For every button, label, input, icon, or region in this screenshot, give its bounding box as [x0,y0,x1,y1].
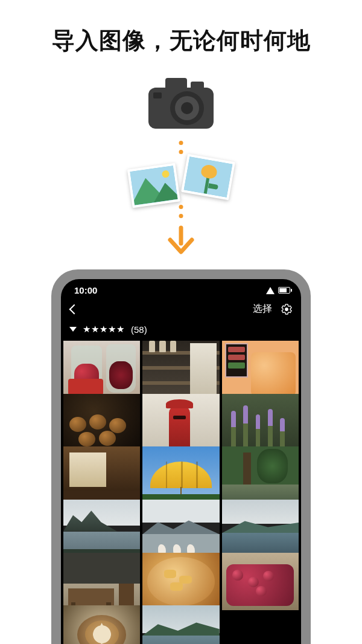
mini-photo-landscape [127,163,180,208]
photo-thumbnail[interactable] [142,341,219,398]
svg-rect-2 [191,82,204,90]
photo-thumbnail[interactable] [63,553,140,610]
status-time: 10:00 [74,285,97,295]
dropdown-icon [69,327,77,332]
photo-thumbnail[interactable] [63,341,140,398]
signal-icon [266,287,275,294]
photo-thumbnail[interactable] [222,341,299,399]
arrow-down-icon [163,225,199,257]
filter-stars: ★★★★★ [83,324,125,335]
photo-thumbnail[interactable] [142,394,219,451]
flow-dots-top [179,141,183,154]
flow-dots-bottom [179,205,183,218]
photo-thumbnail[interactable] [222,553,299,611]
svg-rect-1 [165,78,187,90]
photo-grid[interactable] [61,341,301,644]
app-bar: 选择 [61,299,301,321]
photo-thumbnail[interactable] [63,394,140,451]
svg-rect-6 [153,92,162,98]
photo-thumbnail[interactable] [63,500,140,557]
photo-thumbnail[interactable] [222,500,299,558]
status-bar: 10:00 [61,279,301,299]
select-button[interactable]: 选择 [253,303,272,315]
phone-screen: 10:00 选择 ★★★★★ ( [61,279,301,644]
photo-thumbnail[interactable] [63,605,140,644]
svg-point-5 [181,102,193,114]
photo-thumbnail[interactable] [142,500,219,557]
hero-illustration [0,68,362,256]
rating-filter[interactable]: ★★★★★ (58) [61,321,301,341]
camera-icon [145,74,217,135]
settings-button[interactable] [281,303,293,315]
photo-thumbnail[interactable] [142,553,219,610]
photo-pair-icon [130,158,232,212]
photo-thumbnail[interactable] [142,605,219,644]
filter-count: (58) [131,324,147,335]
battery-icon [278,287,290,294]
photo-thumbnail[interactable] [222,394,299,452]
photo-thumbnail[interactable] [142,446,219,504]
photo-thumbnail[interactable] [63,446,140,504]
phone-frame: 10:00 选择 ★★★★★ ( [51,269,311,644]
photo-thumbnail[interactable] [222,446,299,504]
mini-photo-flower [181,154,235,201]
page-headline: 导入图像，无论何时何地 [0,0,362,56]
back-button[interactable] [69,304,80,314]
